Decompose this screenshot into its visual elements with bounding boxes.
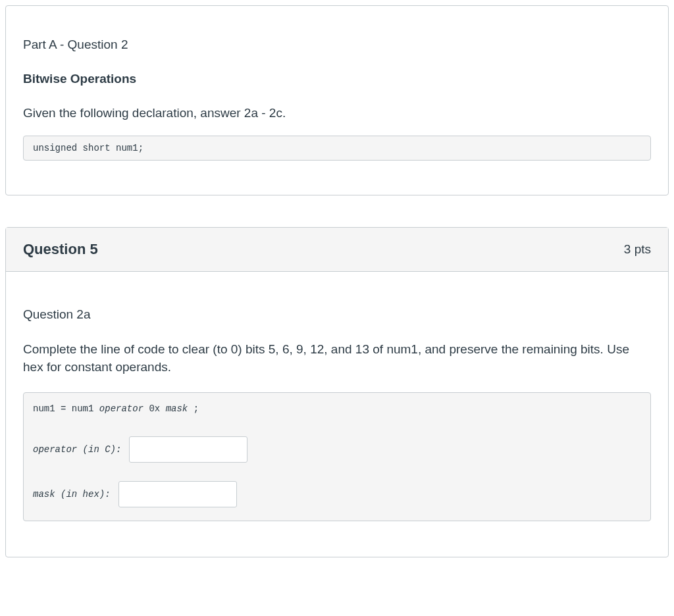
operator-input[interactable] <box>129 436 247 463</box>
question-body: Question 2a Complete the line of code to… <box>6 272 668 557</box>
question-points: 3 pts <box>624 242 651 257</box>
operator-row: operator (in C): <box>33 430 641 463</box>
declaration-code-block: unsigned short num1; <box>23 136 651 161</box>
expr-mask-word: mask <box>166 403 188 414</box>
expr-prefix: num1 = num1 <box>33 403 99 414</box>
expr-mid: 0x <box>143 403 166 414</box>
answer-block: num1 = num1 operator 0x mask ; operator … <box>23 392 651 521</box>
mask-row: mask (in hex): <box>33 463 641 507</box>
mask-input[interactable] <box>118 481 237 507</box>
expr-suffix: ; <box>188 403 199 414</box>
context-text: Given the following declaration, answer … <box>23 105 651 122</box>
subquestion-title: Question 2a <box>23 307 651 322</box>
mask-label: mask (in hex): <box>33 489 111 500</box>
section-title: Bitwise Operations <box>23 72 651 86</box>
question-card: Question 5 3 pts Question 2a Complete th… <box>5 227 669 557</box>
expression-line: num1 = num1 operator 0x mask ; <box>33 399 641 430</box>
context-card: Part A - Question 2 Bitwise Operations G… <box>5 5 669 195</box>
question-prompt: Complete the line of code to clear (to 0… <box>23 340 651 376</box>
part-title: Part A - Question 2 <box>23 38 651 52</box>
question-number: Question 5 <box>23 241 98 258</box>
operator-label: operator (in C): <box>33 444 121 455</box>
expr-operator-word: operator <box>99 403 143 414</box>
context-card-body: Part A - Question 2 Bitwise Operations G… <box>6 6 668 195</box>
question-header: Question 5 3 pts <box>6 228 668 272</box>
